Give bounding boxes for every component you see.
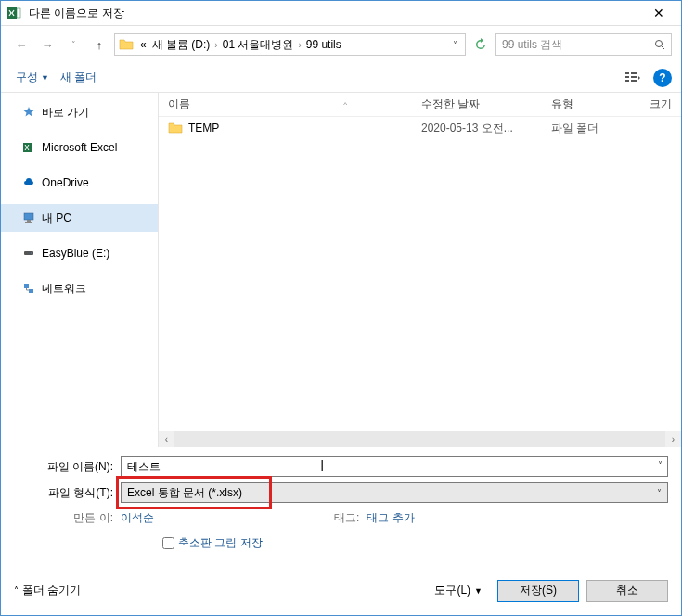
save-as-dialog: 다른 이름으로 저장 ✕ ← → ˅ ↑ « 새 볼륨 (D:) › 01 서울… — [0, 0, 682, 616]
search-placeholder: 99 utils 검색 — [502, 37, 562, 53]
breadcrumb-prefix[interactable]: « — [137, 38, 149, 51]
scroll-left-icon[interactable]: ‹ — [159, 431, 174, 447]
sidebar-item-onedrive[interactable]: OneDrive — [1, 169, 158, 197]
svg-rect-12 — [27, 220, 31, 222]
column-size[interactable]: 크기 — [635, 96, 681, 112]
file-date: 2020-05-13 오전... — [412, 121, 542, 136]
sidebar-label: OneDrive — [42, 176, 89, 189]
svg-rect-6 — [625, 80, 629, 82]
filetype-value: Excel 통합 문서 (*.xlsx) — [127, 485, 242, 501]
help-button[interactable]: ? — [653, 69, 672, 87]
chevron-down-icon[interactable]: ˅ — [658, 460, 663, 470]
svg-rect-16 — [24, 284, 29, 288]
author-value[interactable]: 이석순 — [121, 510, 334, 526]
tag-value[interactable]: 태그 추가 — [367, 510, 414, 526]
breadcrumb-part-0[interactable]: 새 볼륨 (D:) — [149, 37, 213, 53]
refresh-button[interactable] — [470, 33, 492, 56]
svg-rect-17 — [29, 289, 33, 293]
pc-icon — [21, 211, 36, 225]
chevron-down-icon: ▼ — [474, 586, 483, 596]
view-options-button[interactable] — [620, 68, 646, 88]
hide-folders-button[interactable]: ˄ 폴더 숨기기 — [14, 583, 81, 598]
sidebar-label: 바로 가기 — [42, 105, 89, 121]
save-button[interactable]: 저장(S) — [497, 580, 579, 602]
file-list[interactable]: TEMP 2020-05-13 오전... 파일 폴더 — [159, 117, 681, 431]
tag-label: 태그: — [334, 510, 367, 526]
folder-icon — [119, 37, 134, 52]
column-name[interactable]: 이름 ^ — [159, 96, 412, 112]
svg-rect-9 — [631, 80, 637, 82]
titlebar: 다른 이름으로 저장 ✕ — [1, 1, 681, 26]
svg-point-2 — [656, 41, 663, 47]
svg-rect-4 — [625, 72, 629, 74]
network-icon — [21, 281, 36, 296]
thumbnail-label[interactable]: 축소판 그림 저장 — [178, 535, 263, 551]
file-row[interactable]: TEMP 2020-05-13 오전... 파일 폴더 — [159, 117, 681, 139]
chevron-down-icon: ▼ — [41, 73, 49, 83]
search-input[interactable]: 99 utils 검색 — [495, 33, 672, 56]
organize-button[interactable]: 구성 ▼ — [10, 70, 55, 85]
sidebar-label: 네트워크 — [42, 281, 86, 297]
sidebar: 바로 가기 Microsoft Excel OneDrive 내 PC Easy… — [1, 93, 159, 447]
close-button[interactable]: ✕ — [642, 1, 676, 25]
svg-point-15 — [31, 252, 32, 254]
column-date[interactable]: 수정한 날짜 — [412, 96, 542, 112]
svg-line-3 — [662, 46, 664, 49]
navigation-bar: ← → ˅ ↑ « 새 볼륨 (D:) › 01 서울대병원 › 99 util… — [1, 26, 681, 63]
drive-icon — [21, 246, 36, 261]
forward-button[interactable]: → — [36, 33, 58, 56]
horizontal-scrollbar[interactable]: ‹ › — [159, 431, 681, 447]
search-icon — [654, 39, 665, 50]
excel-icon — [21, 140, 36, 155]
filetype-label: 파일 형식(T): — [14, 485, 121, 501]
cloud-icon — [21, 175, 36, 190]
svg-rect-13 — [25, 222, 32, 223]
filename-input[interactable] — [121, 456, 668, 477]
sidebar-item-network[interactable]: 네트워크 — [1, 275, 158, 302]
sidebar-item-quick-access[interactable]: 바로 가기 — [1, 98, 158, 126]
sidebar-item-excel[interactable]: Microsoft Excel — [1, 134, 158, 161]
save-form: 파일 이름(N): I ˅ 파일 형식(T): Excel 통합 문서 (*.x… — [1, 447, 681, 570]
svg-rect-5 — [625, 76, 629, 78]
breadcrumb-part-2[interactable]: 99 utils — [303, 38, 344, 51]
star-icon — [21, 105, 36, 120]
back-button[interactable]: ← — [10, 33, 32, 56]
chevron-right-icon: › — [212, 40, 219, 50]
sidebar-label: Microsoft Excel — [42, 141, 117, 154]
tools-button[interactable]: 도구(L) ▼ — [427, 579, 490, 602]
breadcrumb-part-1[interactable]: 01 서울대병원 — [220, 37, 297, 53]
recent-dropdown[interactable]: ˅ — [62, 33, 84, 56]
column-type[interactable]: 유형 — [542, 96, 635, 112]
sort-indicator-icon: ^ — [343, 100, 347, 109]
breadcrumb-bar[interactable]: « 새 볼륨 (D:) › 01 서울대병원 › 99 utils ˅ — [114, 33, 466, 56]
file-area: 이름 ^ 수정한 날짜 유형 크기 TEMP 2020-05-13 오전... — [159, 93, 681, 447]
svg-rect-1 — [17, 8, 20, 18]
excel-icon — [6, 6, 21, 20]
chevron-up-icon: ˄ — [14, 585, 19, 596]
file-type: 파일 폴더 — [542, 121, 635, 136]
thumbnail-checkbox[interactable] — [162, 537, 174, 549]
scroll-right-icon[interactable]: › — [665, 431, 681, 447]
main-area: 바로 가기 Microsoft Excel OneDrive 내 PC Easy… — [1, 93, 681, 447]
folder-icon — [168, 121, 183, 135]
sidebar-item-easyblue[interactable]: EasyBlue (E:) — [1, 239, 158, 267]
breadcrumb-dropdown[interactable]: ˅ — [449, 40, 461, 50]
file-name: TEMP — [188, 122, 219, 135]
svg-rect-7 — [631, 72, 637, 74]
sidebar-label: EasyBlue (E:) — [42, 247, 109, 260]
svg-rect-8 — [631, 76, 637, 78]
cancel-button[interactable]: 취소 — [586, 580, 668, 602]
sidebar-item-pc[interactable]: 내 PC — [1, 204, 158, 232]
up-button[interactable]: ↑ — [88, 33, 110, 56]
toolbar: 구성 ▼ 새 폴더 ? — [1, 63, 681, 93]
button-bar: ˄ 폴더 숨기기 도구(L) ▼ 저장(S) 취소 — [1, 570, 681, 615]
filetype-dropdown[interactable]: Excel 통합 문서 (*.xlsx) ˅ — [121, 482, 668, 503]
file-list-header: 이름 ^ 수정한 날짜 유형 크기 — [159, 93, 681, 117]
chevron-down-icon: ˅ — [657, 488, 662, 498]
new-folder-button[interactable]: 새 폴더 — [55, 70, 102, 85]
dialog-title: 다른 이름으로 저장 — [29, 6, 642, 21]
author-label: 만든 이: — [14, 510, 121, 526]
sidebar-label: 내 PC — [42, 211, 71, 226]
chevron-right-icon: › — [296, 40, 302, 50]
svg-rect-11 — [24, 213, 33, 220]
